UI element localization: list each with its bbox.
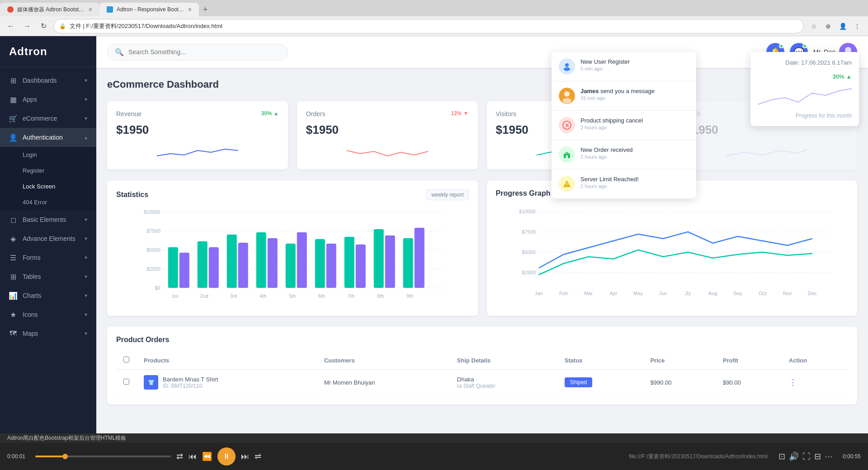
media-repeat-button[interactable]: ⇌ (255, 451, 261, 461)
sidebar-item-dashboards[interactable]: ⊞ Dashboards ▾ (0, 71, 96, 90)
notif-item-3[interactable]: ✕ Product shipping cancel 2 hours ago (552, 111, 696, 140)
media-pip-button[interactable]: ⊟ (814, 451, 821, 461)
svg-text:$5000: $5000 (522, 249, 536, 255)
svg-rect-33 (315, 239, 325, 288)
register-label: Register (23, 167, 44, 174)
profit-chart (685, 142, 848, 160)
media-fullscreen-button[interactable]: ⛶ (802, 452, 811, 461)
th-customers: Customers (317, 351, 450, 370)
svg-text:Mar: Mar (584, 291, 593, 296)
profile-button[interactable]: 👤 (836, 20, 849, 33)
svg-text:$0: $0 (155, 285, 160, 291)
search-input[interactable] (128, 48, 280, 56)
media-play-button[interactable]: ⏸ (217, 447, 236, 465)
svg-text:8th: 8th (377, 293, 384, 299)
svg-text:Sep: Sep (733, 291, 742, 296)
sidebar-item-404error[interactable]: 404 Error (0, 194, 96, 210)
new-tab-button[interactable]: + (199, 3, 212, 16)
logo-text: Adtron (9, 45, 47, 57)
sidebar-logo: Adtron (0, 36, 96, 67)
stat-badge-orders: 12% ▼ (451, 110, 468, 117)
sidebar-item-tables[interactable]: ⊞ Tables ▾ (0, 267, 96, 286)
extensions-button[interactable]: ⊕ (822, 20, 835, 33)
menu-button[interactable]: ⋮ (851, 20, 863, 33)
sidebar-label-forms: Forms (23, 254, 79, 261)
notif-item-5[interactable]: ! Server Limit Reached! 2 hours ago (552, 169, 696, 198)
media-rewind-button[interactable]: ⏪ (202, 451, 212, 461)
sidebar-item-advance-elements[interactable]: ◈ Advance Elements ▾ (0, 229, 96, 248)
page-title: eCommerce Dashboard (107, 79, 857, 90)
svg-rect-28 (238, 243, 248, 288)
sidebar-item-authentication[interactable]: 👤 Authentication ▴ (0, 128, 96, 147)
stat-value-revenue: $1950 (116, 123, 279, 137)
svg-rect-39 (403, 238, 413, 288)
tab-close-1[interactable]: × (89, 6, 92, 13)
table-header-row: Products Customers Ship Details Status P… (116, 351, 848, 370)
sidebar-item-maps[interactable]: 🗺 Maps ▾ (0, 324, 96, 343)
statistics-chart-title: Statistics (116, 191, 148, 199)
media-volume-button[interactable]: 🔊 (789, 451, 799, 461)
profile-progress-label: Progress for this month (758, 113, 852, 119)
back-button[interactable]: ← (5, 20, 17, 33)
sidebar-item-basic-elements[interactable]: ◻ Basic Elements ▾ (0, 210, 96, 229)
svg-text:5th: 5th (289, 293, 296, 299)
action-button[interactable]: ⋮ (789, 377, 797, 387)
reload-button[interactable]: ↻ (37, 20, 50, 33)
profile-mini-chart (758, 82, 852, 109)
media-progress-bar[interactable] (35, 456, 171, 457)
sidebar-label-icons: Icons (23, 311, 79, 318)
app-container: Adtron ⊞ Dashboards ▾ ▦ Apps ▾ 🛒 eCommer… (0, 36, 868, 433)
th-action: Action (782, 351, 848, 370)
sidebar-item-forms[interactable]: ☰ Forms ▾ (0, 248, 96, 267)
svg-rect-27 (227, 235, 237, 288)
sidebar-item-ecommerce[interactable]: 🛒 eCommerce ▾ (0, 109, 96, 128)
td-action: ⋮ (782, 370, 848, 395)
product-img: 👕 (144, 375, 158, 390)
media-screen-button[interactable]: ⊡ (778, 451, 785, 461)
notif-content-4: New Order received 2 hours ago (580, 146, 633, 160)
auth-submenu: Login Register Lock Screen 404 Error (0, 147, 96, 210)
sidebar-label-maps: Maps (23, 330, 79, 337)
404error-label: 404 Error (23, 199, 47, 206)
authentication-arrow: ▴ (85, 134, 87, 141)
media-shuffle-button[interactable]: ⇄ (176, 451, 183, 461)
ship-city: Dhaka (457, 376, 550, 383)
sidebar-label-tables: Tables (23, 273, 79, 280)
address-bar[interactable]: 🔒 文件 | F:/重要资料/20230517/Downloads/Adtron… (53, 19, 804, 33)
td-product: 👕 Bardem Mnas T Shirt ID: BMT120/110 (137, 370, 317, 395)
basic-elements-arrow: ▾ (85, 216, 87, 223)
forward-button[interactable]: → (21, 20, 33, 33)
notif-item-2[interactable]: James send you a message 15 min ago (552, 81, 696, 111)
search-bar[interactable]: 🔍 (107, 44, 288, 61)
svg-text:$7500: $7500 (146, 228, 160, 234)
sidebar-item-lockscreen[interactable]: Lock Screen (0, 179, 96, 194)
media-prev-button[interactable]: ⏮ (189, 452, 197, 461)
media-next-button[interactable]: ⏭ (241, 452, 249, 461)
profile-panel-date: Date: 17.06.2021 6.17am (758, 59, 852, 66)
svg-rect-40 (415, 228, 425, 288)
media-more-button[interactable]: ⋯ (825, 451, 833, 461)
sidebar-item-icons[interactable]: ★ Icons ▾ (0, 305, 96, 324)
svg-text:May: May (633, 291, 643, 296)
browser-tab-1[interactable]: 媒体播放器 Adtron Bootstra... × (0, 3, 99, 16)
weekly-report-button[interactable]: weekly report (426, 189, 468, 200)
table-head: Products Customers Ship Details Status P… (116, 351, 848, 370)
notif-item-1[interactable]: New User Register 5 min ago (552, 52, 696, 81)
sidebar-item-register[interactable]: Register (0, 163, 96, 179)
subtitle-bar: Adtron黑白配色Bootstrap框架后台管理HTML模板 (0, 433, 868, 443)
svg-text:$2500: $2500 (522, 270, 536, 275)
sidebar-item-login[interactable]: Login (0, 147, 96, 163)
sidebar-item-apps[interactable]: ▦ Apps ▾ (0, 90, 96, 109)
tab-close-2[interactable]: × (188, 6, 192, 13)
sidebar-item-charts[interactable]: 📊 Charts ▾ (0, 286, 96, 305)
notif-item-4[interactable]: New Order received 2 hours ago (552, 140, 696, 169)
line-chart-wrapper: $10000 $7500 $5000 $2500 Jan Feb Mar (496, 205, 849, 304)
select-all-checkbox[interactable] (123, 357, 129, 362)
media-bar: 0:00:01 ⇄ ⏮ ⏪ ⏸ ⏭ ⇌ file:///F:/重要资料/2023… (0, 443, 868, 470)
bookmark-button[interactable]: ☆ (807, 20, 820, 33)
svg-rect-32 (297, 232, 307, 288)
bar-chart-wrapper: $10000 $7500 $5000 $2500 $0 (116, 207, 469, 307)
browser-tab-2[interactable]: Adtron - Responsive Bootstra... × (99, 3, 199, 16)
media-end-time: 0:00:55 (838, 453, 861, 460)
row-checkbox[interactable] (123, 379, 129, 385)
